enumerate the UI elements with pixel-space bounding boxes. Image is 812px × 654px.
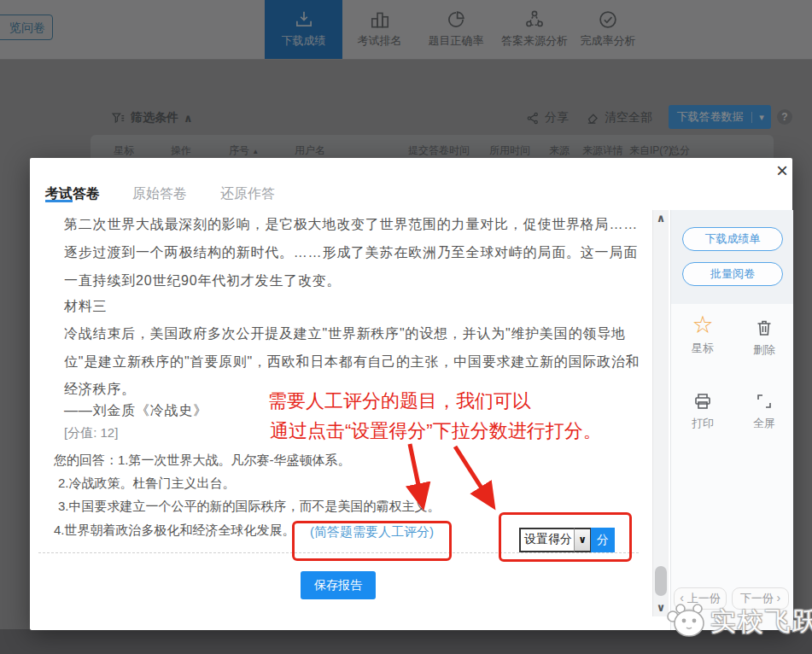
content-line: 逐步过渡到一个两极结构的新时代。……形成了美苏在欧洲乃至全球对峙的局面。这一局面 [64,244,638,262]
modal-sidebar: 下载成绩单 批量阅卷 ☆ 星标 删除 打印 [670,210,793,630]
print-action[interactable]: 打印 [673,391,733,431]
content-line: 经济秩序。 [64,381,136,399]
answer-line: 4.世界朝着政治多极化和经济全球化发展。 [54,523,295,539]
star-icon: ☆ [692,312,713,338]
scroll-down-icon[interactable]: ∨ [653,601,669,614]
save-report-button[interactable]: 保存报告 [301,571,376,599]
next-answer-button[interactable]: 下一份 › [732,587,789,610]
answer-line: 3.中国要求建立一个公平的新的国际秩序，而不是美国的霸权主义。 [58,499,441,515]
content-scrollbar[interactable]: ∧ ∨ [652,210,669,616]
scrollbar-thumb[interactable] [655,566,667,596]
content-line: 材料三 [64,298,107,316]
scroll-up-icon[interactable]: ∧ [653,212,669,225]
close-icon[interactable]: × [771,160,793,182]
tab-restore-answer[interactable]: 还原作答 [220,185,275,203]
prev-answer-button[interactable]: ‹ 上一份 [674,587,727,610]
batch-review-button[interactable]: 批量阅卷 [682,262,783,286]
print-action-label: 打印 [673,416,733,431]
delete-action-label: 删除 [734,342,794,358]
fullscreen-action-label: 全屏 [734,416,794,431]
content-line: 一直持续到20世纪90年代初才发生了改变。 [64,272,341,290]
score-value-label: [分值: 12] [64,425,118,441]
chevron-right-icon: › [776,591,780,604]
content-source-line: ——刘金质《冷战史》 [64,402,207,420]
star-action[interactable]: ☆ 星标 [673,314,733,356]
set-score-select[interactable]: 设置得分 [519,528,579,552]
star-action-label: 星标 [673,341,733,356]
score-unit-button[interactable]: 分 [591,528,615,552]
fullscreen-action[interactable]: 全屏 [734,391,794,431]
printer-icon [673,391,733,412]
manual-grading-note: (简答题需要人工评分) [310,524,434,540]
tab-original-answer[interactable]: 原始答卷 [132,185,187,203]
active-tab-underline [45,200,73,202]
select-caret-icon[interactable]: ∨ [574,528,592,552]
delete-action[interactable]: 删除 [734,318,794,358]
question-separator [38,552,639,553]
download-score-sheet-button[interactable]: 下载成绩单 [682,227,783,251]
chevron-left-icon: ‹ [680,591,684,604]
content-line: 冷战结束后，美国政府多次公开提及建立"世界新秩序"的设想，并认为"维护美国的领导… [64,325,626,343]
answer-line: 您的回答：1.第一次世界大战。凡尔赛-华盛顿体系。 [54,453,351,469]
trash-icon [734,318,794,338]
sidebar-button-section [671,210,793,304]
content-line: 第二次世界大战最深刻的影响，是它极大地改变了世界范围的力量对比，促使世界格局…… [64,216,638,234]
content-line: 位"是建立新秩序的"首要原则"，西欧和日本都有自己的主张，中国要求建立新的国际政… [64,353,640,371]
exam-answer-modal: 考试答卷 原始答卷 还原作答 × 第二次世界大战最深刻的影响，是它极大地改变了世… [30,158,792,630]
fullscreen-icon [734,391,794,412]
answer-line: 2.冷战政策。杜鲁门主义出台。 [58,476,236,492]
